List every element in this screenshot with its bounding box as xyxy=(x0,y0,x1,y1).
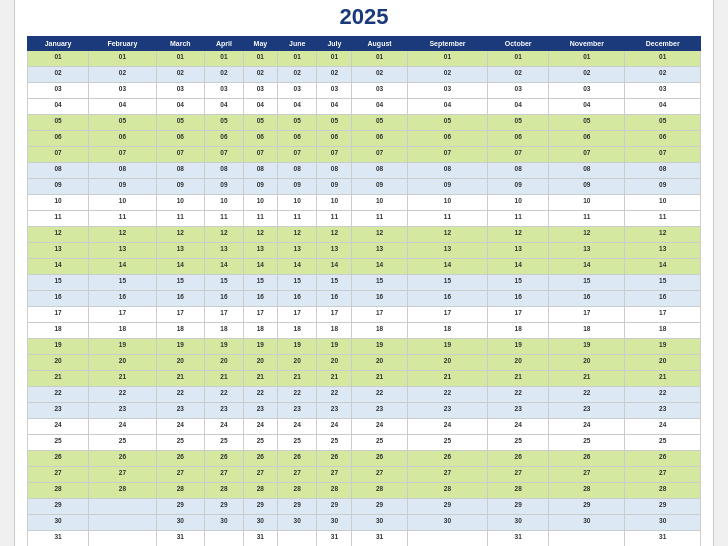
month-may: May xyxy=(243,37,277,51)
calendar-cell: 30 xyxy=(28,515,89,531)
calendar-cell: 16 xyxy=(28,291,89,307)
month-mar: March xyxy=(156,37,204,51)
calendar-cell: 07 xyxy=(625,147,701,163)
calendar-cell: 29 xyxy=(407,499,487,515)
calendar-cell: 18 xyxy=(549,323,625,339)
calendar-cell: 08 xyxy=(625,163,701,179)
calendar-cell: 18 xyxy=(488,323,549,339)
calendar-cell: 17 xyxy=(625,307,701,323)
calendar-cell: 03 xyxy=(549,83,625,99)
calendar-cell: 28 xyxy=(488,483,549,499)
calendar-cell: 03 xyxy=(625,83,701,99)
month-aug: August xyxy=(352,37,408,51)
calendar-cell: 24 xyxy=(317,419,352,435)
calendar-cell: 25 xyxy=(89,435,157,451)
calendar-cell: 20 xyxy=(243,355,277,371)
calendar-cell: 27 xyxy=(625,467,701,483)
calendar-cell: 26 xyxy=(625,451,701,467)
calendar-cell: 21 xyxy=(277,371,317,387)
month-jun: June xyxy=(277,37,317,51)
calendar-cell: 04 xyxy=(89,99,157,115)
calendar-cell: 08 xyxy=(243,163,277,179)
calendar-cell: 13 xyxy=(28,243,89,259)
calendar-cell: 09 xyxy=(407,179,487,195)
calendar-cell: 02 xyxy=(625,67,701,83)
calendar-cell: 12 xyxy=(488,227,549,243)
calendar-cell: 20 xyxy=(352,355,408,371)
calendar-cell: 17 xyxy=(205,307,244,323)
calendar-cell: 02 xyxy=(549,67,625,83)
calendar-cell: 10 xyxy=(277,195,317,211)
calendar-cell: 08 xyxy=(407,163,487,179)
calendar-cell: 20 xyxy=(205,355,244,371)
calendar-cell: 04 xyxy=(277,99,317,115)
table-row: 02 02 02 02 02 02 02 02 02 02 02 02 xyxy=(28,67,701,83)
calendar-cell: 19 xyxy=(243,339,277,355)
calendar-cell: 15 xyxy=(156,275,204,291)
calendar-cell: 15 xyxy=(317,275,352,291)
month-feb: February xyxy=(89,37,157,51)
calendar-cell: 22 xyxy=(352,387,408,403)
calendar-cell: 29 xyxy=(317,499,352,515)
calendar-cell: 08 xyxy=(277,163,317,179)
calendar-cell: 29 xyxy=(488,499,549,515)
table-row: 04 04 04 04 04 04 04 04 04 04 04 04 xyxy=(28,99,701,115)
calendar-cell: 12 xyxy=(407,227,487,243)
calendar-cell: 15 xyxy=(28,275,89,291)
calendar-cell: 06 xyxy=(352,131,408,147)
table-row: 17 17 17 17 17 17 17 17 17 17 17 17 xyxy=(28,307,701,323)
calendar-cell: 17 xyxy=(89,307,157,323)
calendar-cell: 21 xyxy=(156,371,204,387)
table-row: 20 20 20 20 20 20 20 20 20 20 20 20 xyxy=(28,355,701,371)
calendar-cell: 05 xyxy=(352,115,408,131)
calendar-cell: 01 xyxy=(625,51,701,67)
calendar-cell: 18 xyxy=(205,323,244,339)
calendar-cell: 26 xyxy=(352,451,408,467)
month-jul: July xyxy=(317,37,352,51)
calendar-cell: 17 xyxy=(549,307,625,323)
calendar-cell: 24 xyxy=(488,419,549,435)
calendar-cell: 10 xyxy=(89,195,157,211)
calendar-cell: 09 xyxy=(352,179,408,195)
calendar-cell: 27 xyxy=(277,467,317,483)
calendar-cell: 23 xyxy=(488,403,549,419)
calendar-cell: 26 xyxy=(156,451,204,467)
calendar-cell: 29 xyxy=(277,499,317,515)
calendar-cell: 16 xyxy=(317,291,352,307)
calendar-cell: 03 xyxy=(205,83,244,99)
calendar-cell: 06 xyxy=(205,131,244,147)
table-row: 01 01 01 01 01 01 01 01 01 01 01 01 xyxy=(28,51,701,67)
calendar-cell: 16 xyxy=(407,291,487,307)
calendar-cell: 09 xyxy=(89,179,157,195)
calendar-cell: 19 xyxy=(89,339,157,355)
calendar-cell: 21 xyxy=(89,371,157,387)
calendar-cell: 25 xyxy=(488,435,549,451)
calendar-cell: 14 xyxy=(625,259,701,275)
calendar-cell: 05 xyxy=(317,115,352,131)
table-row: 12 12 12 12 12 12 12 12 12 12 12 12 xyxy=(28,227,701,243)
calendar-cell: 10 xyxy=(28,195,89,211)
calendar-cell: 24 xyxy=(407,419,487,435)
calendar-cell: 24 xyxy=(549,419,625,435)
calendar-cell: 25 xyxy=(277,435,317,451)
table-row: 30 30 30 30 30 30 30 30 30 30 30 xyxy=(28,515,701,531)
table-row: 29 29 29 29 29 29 29 29 29 29 29 xyxy=(28,499,701,515)
calendar-cell: 20 xyxy=(277,355,317,371)
calendar-cell: 01 xyxy=(277,51,317,67)
calendar-cell: 22 xyxy=(89,387,157,403)
calendar-cell: 30 xyxy=(205,515,244,531)
calendar-cell: 22 xyxy=(317,387,352,403)
calendar-cell: 11 xyxy=(277,211,317,227)
calendar-cell: 27 xyxy=(488,467,549,483)
calendar-cell: 09 xyxy=(243,179,277,195)
calendar-cell: 21 xyxy=(28,371,89,387)
calendar-cell: 23 xyxy=(625,403,701,419)
calendar-cell: 17 xyxy=(317,307,352,323)
calendar-cell: 07 xyxy=(549,147,625,163)
table-row: 08 08 08 08 08 08 08 08 08 08 08 08 xyxy=(28,163,701,179)
calendar-cell: 09 xyxy=(28,179,89,195)
calendar-cell: 29 xyxy=(205,499,244,515)
calendar-cell xyxy=(277,531,317,547)
calendar-cell: 19 xyxy=(625,339,701,355)
calendar-cell: 08 xyxy=(28,163,89,179)
